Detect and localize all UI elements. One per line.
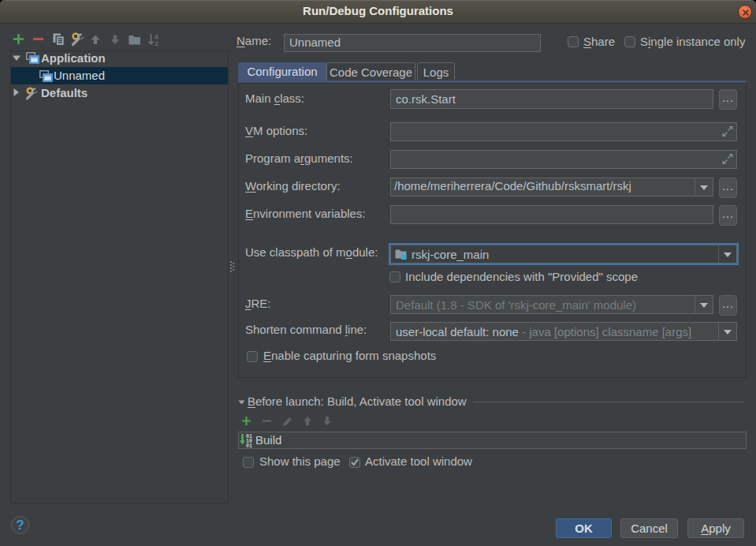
svg-text:z: z (155, 39, 158, 47)
svg-text:01: 01 (246, 443, 252, 448)
